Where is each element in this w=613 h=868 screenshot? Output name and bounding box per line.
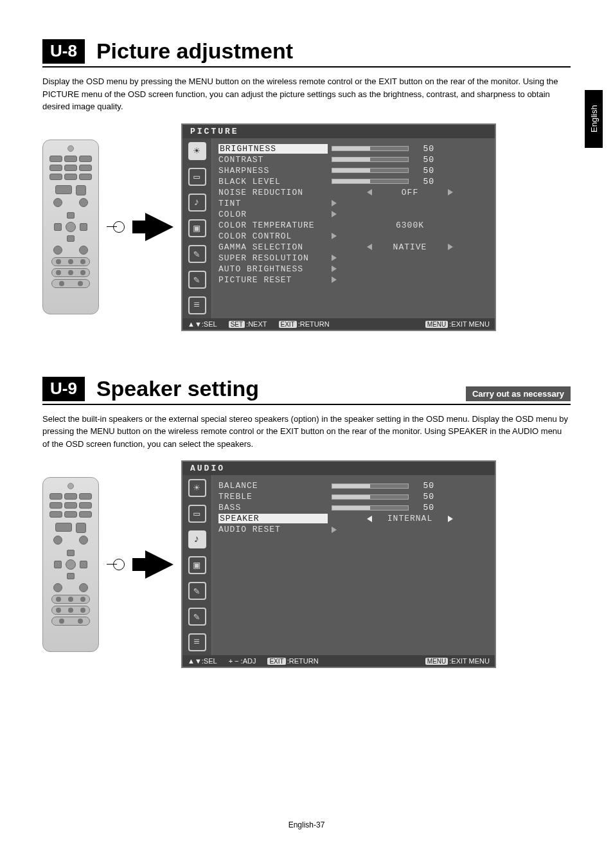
osd-row: SUPER RESOLUTION: [218, 253, 488, 264]
osd-row: TREBLE50: [218, 491, 488, 502]
osd-row: SHARPNESS50: [218, 165, 488, 176]
triangle-right-icon: [332, 211, 337, 217]
screen-icon: ▭: [188, 505, 206, 523]
osd-row-label: AUTO BRIGHTNESS: [218, 264, 328, 274]
section-u8-title: Picture adjustment: [96, 39, 293, 64]
osd-row-label: PICTURE RESET: [218, 275, 328, 285]
triangle-right-icon: [332, 276, 337, 283]
triangle-right-icon: [332, 266, 337, 272]
triangle-right-icon: [332, 255, 337, 261]
magnifier-icon: [107, 220, 125, 234]
section-u8-header: U-8 Picture adjustment: [42, 39, 571, 68]
option-value: NATIVE: [387, 242, 432, 252]
osd-row-label: SUPER RESOLUTION: [218, 253, 328, 263]
osd-row-label: BASS: [218, 503, 328, 512]
triangle-right-icon: [448, 244, 453, 250]
triangle-right-icon: [332, 200, 337, 206]
section-u8-chip: U-8: [42, 39, 85, 64]
slider-value: 50: [413, 503, 434, 512]
slider-value: 50: [413, 177, 434, 186]
arrow-right-icon: [145, 213, 173, 241]
osd-row-label: BALANCE: [218, 481, 328, 491]
slider-track: [332, 146, 409, 151]
figure-u9: AUDIO ☀ ▭ ♪ ▣ ✎ ✎ ≡ BALANCE50TREBLE50BAS…: [42, 460, 571, 668]
slider-track: [332, 157, 409, 162]
remote-control-illustration-2: [42, 477, 99, 652]
osd-row: BASS50: [218, 502, 488, 513]
option-value: INTERNAL: [387, 514, 432, 523]
osd-row-label: NOISE REDUCTION: [218, 188, 328, 197]
osd-row-label: CONTRAST: [218, 155, 328, 165]
carry-out-badge: Carry out as necessary: [466, 386, 571, 401]
osd-row: TINT: [218, 198, 488, 209]
pip-icon: ▣: [188, 556, 206, 574]
osd-row: PICTURE RESET: [218, 275, 488, 285]
section-u8-body: Display the OSD menu by pressing the MEN…: [42, 75, 571, 113]
figure-u8: PICTURE ☀ ▭ ♪ ▣ ✎ ✎ ≡ BRIGHTNESS50CONTRA…: [42, 123, 571, 331]
screen-icon: ▭: [188, 168, 206, 186]
section-u9-title: Speaker setting: [96, 376, 259, 401]
osd-row: GAMMA SELECTIONNATIVE: [218, 242, 488, 253]
slider-value: 50: [413, 144, 434, 154]
osd-category-icons: ☀ ▭ ♪ ▣ ✎ ✎ ≡: [182, 138, 212, 318]
osd-row: BRIGHTNESS50: [218, 143, 488, 154]
osd-row: COLOR CONTROL: [218, 231, 488, 242]
language-tab: English: [585, 90, 603, 148]
slider-value: 50: [413, 166, 434, 176]
slider-track: [332, 494, 409, 500]
slider-track: [332, 179, 409, 184]
sun-icon: ☀: [188, 479, 206, 497]
page-footer: English-37: [0, 820, 613, 829]
osd-audio-footer: ▲▼:SEL + − :ADJ EXIT:RETURN MENU:EXIT ME…: [182, 655, 495, 667]
osd-picture-footer: ▲▼:SEL SET:NEXT EXIT:RETURN MENU:EXIT ME…: [182, 318, 495, 330]
triangle-left-icon: [367, 244, 372, 250]
osd-row: COLOR: [218, 209, 488, 220]
triangle-right-icon: [332, 527, 337, 533]
osd-row: NOISE REDUCTIONOFF: [218, 187, 488, 198]
osd-audio-menu: AUDIO ☀ ▭ ♪ ▣ ✎ ✎ ≡ BALANCE50TREBLE50BAS…: [181, 460, 496, 668]
osd-row-label: TINT: [218, 199, 328, 208]
osd-picture-menu: PICTURE ☀ ▭ ♪ ▣ ✎ ✎ ≡ BRIGHTNESS50CONTRA…: [181, 123, 496, 331]
slider-track: [332, 505, 409, 511]
osd-row: AUTO BRIGHTNESS: [218, 264, 488, 275]
pip-icon: ▣: [188, 219, 206, 237]
osd-row: CONTRAST50: [218, 154, 488, 165]
slider-track: [332, 168, 409, 173]
tools2-icon: ✎: [188, 608, 206, 626]
tools-icon: ✎: [188, 245, 206, 263]
slider-track: [332, 484, 409, 489]
osd-row-label: SPEAKER: [218, 514, 328, 523]
triangle-left-icon: [367, 516, 372, 522]
osd-category-icons-2: ☀ ▭ ♪ ▣ ✎ ✎ ≡: [182, 475, 212, 655]
osd-row: AUDIO RESET: [218, 524, 488, 535]
osd-row-label: AUDIO RESET: [218, 525, 328, 534]
section-u9-header: U-9 Speaker setting Carry out as necessa…: [42, 376, 571, 405]
triangle-right-icon: [332, 233, 337, 239]
osd-row: COLOR TEMPERATURE6300K: [218, 220, 488, 231]
sun-icon: ☀: [188, 142, 206, 160]
tools-icon: ✎: [188, 582, 206, 600]
list-icon: ≡: [188, 296, 206, 314]
osd-row-label: COLOR CONTROL: [218, 231, 328, 241]
note-icon: ♪: [188, 530, 206, 548]
triangle-right-icon: [448, 516, 453, 522]
triangle-left-icon: [367, 189, 372, 195]
osd-row-label: BLACK LEVEL: [218, 177, 328, 186]
slider-value: 50: [413, 481, 434, 491]
osd-row-label: BRIGHTNESS: [218, 144, 328, 154]
osd-row-label: COLOR: [218, 210, 328, 219]
section-u9-body: Select the built-in speakers or the exte…: [42, 413, 571, 451]
osd-row-label: COLOR TEMPERATURE: [218, 221, 328, 230]
option-value: OFF: [387, 188, 432, 197]
slider-value: 50: [413, 155, 434, 165]
triangle-right-icon: [448, 189, 453, 195]
section-u9-chip: U-9: [42, 377, 85, 401]
list-icon: ≡: [188, 633, 206, 651]
osd-row: BLACK LEVEL50: [218, 176, 488, 187]
osd-row-label: SHARPNESS: [218, 166, 328, 176]
osd-row: SPEAKERINTERNAL: [218, 513, 488, 524]
osd-row-label: GAMMA SELECTION: [218, 242, 328, 252]
option-value: 6300K: [387, 221, 432, 230]
osd-picture-title: PICTURE: [182, 125, 495, 138]
osd-row: BALANCE50: [218, 480, 488, 491]
